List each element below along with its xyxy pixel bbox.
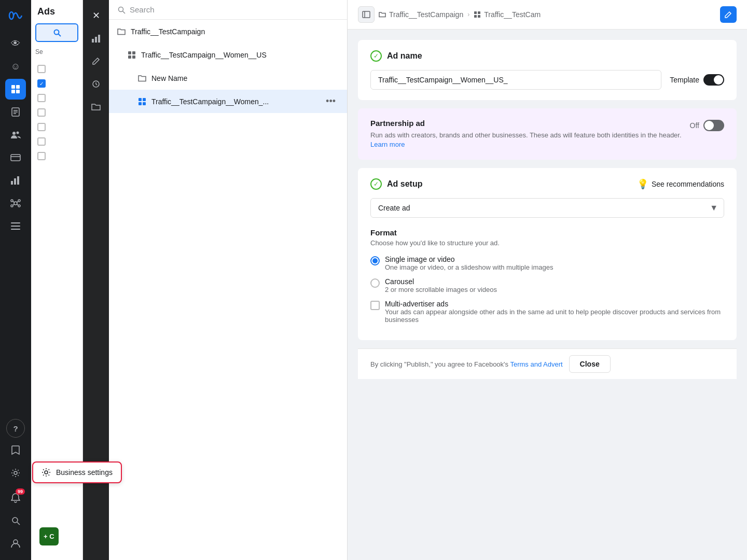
- svg-rect-14: [14, 178, 16, 185]
- row-checkbox-5[interactable]: [37, 123, 46, 131]
- ads-row-6[interactable]: [31, 134, 82, 149]
- svg-rect-53: [474, 15, 477, 18]
- bulb-icon: 💡: [637, 178, 648, 190]
- toolbar-folder-icon[interactable]: [87, 97, 105, 116]
- format-multi-option[interactable]: Multi-advertiser ads Your ads can appear…: [370, 300, 724, 324]
- nav-table-icon[interactable]: [5, 79, 26, 100]
- nav-menu-icon[interactable]: [5, 216, 26, 236]
- svg-line-21: [13, 201, 15, 203]
- format-carousel-radio[interactable]: [370, 278, 380, 288]
- adset-tree-item[interactable]: Traffic__TestCampaign__Women__US •••: [109, 43, 347, 66]
- ad-setup-section: ✓ Ad setup 💡 See recommendations Create …: [358, 168, 737, 340]
- svg-point-9: [12, 132, 16, 135]
- partnership-title: Partnership ad: [370, 119, 690, 128]
- partnership-toggle[interactable]: [703, 120, 724, 131]
- nav-eye-icon[interactable]: 👁: [5, 33, 26, 54]
- ad-setup-check-icon: ✓: [370, 178, 382, 190]
- breadcrumb-campaign: Traffic__TestCampaign: [379, 10, 463, 19]
- ad-setup-card: ✓ Ad setup 💡 See recommendations Create …: [358, 168, 737, 340]
- svg-rect-25: [11, 222, 20, 223]
- edit-button[interactable]: [720, 6, 737, 23]
- nav-help-icon[interactable]: ?: [6, 419, 25, 438]
- ads-row-7[interactable]: [31, 149, 82, 163]
- create-ad-select[interactable]: Create ad: [370, 198, 724, 218]
- format-multi-info: Multi-advertiser ads Your ads can appear…: [385, 300, 724, 324]
- right-header: Traffic__TestCampaign › Traffic__TestCam: [348, 0, 747, 30]
- nav-doc-icon[interactable]: [5, 102, 26, 122]
- ads-row-4[interactable]: [31, 105, 82, 120]
- svg-point-30: [12, 517, 18, 523]
- partnership-info: Partnership ad Run ads with creators, br…: [370, 119, 690, 149]
- svg-rect-35: [92, 39, 94, 43]
- recommendations-button[interactable]: 💡 See recommendations: [637, 178, 724, 190]
- row-checkbox-3[interactable]: [37, 94, 46, 102]
- content-area: ✓ Ad name Template Partnership ad: [348, 30, 747, 389]
- ads-search-button[interactable]: [35, 23, 78, 42]
- toggle-sidebar-button[interactable]: [358, 6, 375, 23]
- svg-rect-37: [98, 35, 100, 43]
- newname-tree-item[interactable]: New Name •••: [109, 66, 347, 90]
- ad-more-icon[interactable]: •••: [323, 95, 339, 108]
- close-panel-button[interactable]: ✕: [87, 6, 105, 25]
- svg-rect-2: [16, 85, 20, 89]
- breadcrumb-folder-icon: [379, 11, 386, 18]
- svg-line-24: [17, 204, 18, 205]
- row-checkbox-4[interactable]: [37, 108, 46, 117]
- row-checkbox-2[interactable]: ✓: [37, 79, 46, 88]
- toolbar-clock-icon[interactable]: [87, 75, 105, 93]
- learn-more-link[interactable]: Learn more: [370, 141, 405, 148]
- recommendations-label: See recommendations: [652, 180, 724, 188]
- template-toggle[interactable]: [703, 74, 724, 86]
- row-checkbox-7[interactable]: [37, 152, 46, 160]
- nav-network-icon[interactable]: [5, 193, 26, 214]
- ads-row-3[interactable]: [31, 91, 82, 105]
- meta-logo[interactable]: [6, 6, 25, 25]
- row-checkbox-1[interactable]: [37, 65, 46, 73]
- format-carousel-info: Carousel 2 or more scrollable images or …: [385, 277, 497, 293]
- format-single-option[interactable]: Single image or video One image or video…: [370, 255, 724, 271]
- breadcrumb-adset-label: Traffic__TestCam: [484, 10, 541, 19]
- svg-point-10: [17, 132, 19, 134]
- nav-person-icon[interactable]: [5, 533, 26, 554]
- campaign-label: Traffic__TestCampaign: [131, 27, 317, 36]
- ads-row-2[interactable]: ✓: [31, 76, 82, 91]
- ad-tree-item[interactable]: Traffic__TestCampaign__Women_... •••: [109, 90, 347, 113]
- format-multi-label: Multi-advertiser ads: [385, 300, 724, 308]
- format-multi-checkbox[interactable]: [370, 301, 380, 310]
- create-button[interactable]: + C: [39, 527, 59, 545]
- nav-notification-icon[interactable]: 99: [5, 487, 26, 508]
- nav-chart-icon[interactable]: [5, 170, 26, 191]
- campaign-tree-item[interactable]: Traffic__TestCampaign •••: [109, 20, 347, 43]
- format-single-radio[interactable]: [370, 256, 380, 265]
- nav-people-icon[interactable]: [5, 124, 26, 145]
- nav-search-bottom-icon[interactable]: [5, 510, 26, 531]
- ads-row-1[interactable]: [31, 62, 82, 76]
- svg-rect-44: [132, 55, 135, 59]
- close-button[interactable]: Close: [569, 355, 611, 373]
- newname-label: New Name: [151, 74, 317, 82]
- notification-badge: 99: [16, 488, 25, 495]
- svg-point-28: [14, 471, 17, 474]
- ad-name-card: ✓ Ad name Template: [358, 40, 737, 100]
- nav-smiley-icon[interactable]: ☺: [5, 56, 26, 77]
- svg-rect-3: [11, 90, 15, 93]
- row-checkbox-6[interactable]: [37, 137, 46, 146]
- ads-row-5[interactable]: [31, 120, 82, 134]
- svg-rect-46: [143, 98, 146, 101]
- terms-link[interactable]: Terms and Advert: [510, 360, 562, 368]
- nav-bookmark-icon[interactable]: [5, 440, 26, 460]
- nav-card-icon[interactable]: [5, 147, 26, 168]
- search-bar: [109, 0, 347, 20]
- partnership-right: Off: [690, 120, 724, 131]
- search-input[interactable]: [130, 5, 339, 14]
- format-single-desc: One image or video, or a slideshow with …: [385, 263, 553, 271]
- toolbar-pencil-icon[interactable]: [87, 52, 105, 71]
- nav-settings-icon[interactable]: [5, 463, 26, 483]
- format-carousel-option[interactable]: Carousel 2 or more scrollable images or …: [370, 277, 724, 293]
- campaign-panel: Traffic__TestCampaign ••• Traffic__TestC…: [109, 0, 348, 560]
- toolbar-chart-icon[interactable]: [87, 29, 105, 48]
- svg-rect-48: [143, 102, 146, 105]
- format-carousel-label: Carousel: [385, 277, 497, 286]
- svg-rect-13: [11, 181, 13, 185]
- ad-name-input[interactable]: [370, 70, 661, 90]
